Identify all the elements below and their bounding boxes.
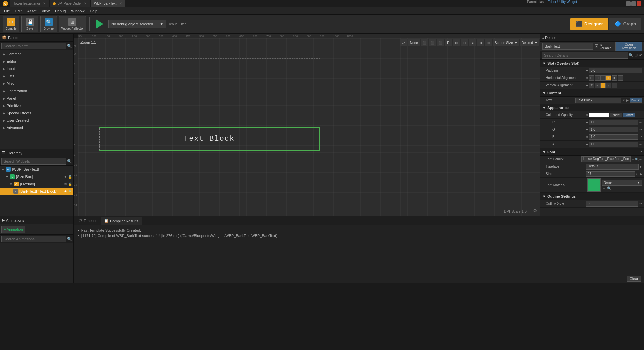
- palette-search-icon[interactable]: 🔍: [67, 44, 72, 48]
- palette-item-input[interactable]: ▶Input: [0, 65, 73, 72]
- bind-color-button[interactable]: Bind▼: [623, 113, 635, 117]
- view-btn-1[interactable]: ⬛: [421, 39, 428, 46]
- palette-item-primitive[interactable]: ▶Primitive: [0, 102, 73, 109]
- view-btn-8[interactable]: ⊞: [485, 39, 492, 46]
- align-custom-v-button[interactable]: ⋯: [612, 83, 617, 88]
- align-right-button[interactable]: ⊤: [600, 75, 606, 81]
- align-left-button[interactable]: ⊢: [589, 75, 594, 81]
- r-input[interactable]: [589, 120, 638, 125]
- tab-bp-paper-dude[interactable]: BP_PaperDude ✕: [50, 0, 90, 7]
- font-material-back-icon[interactable]: ←: [602, 186, 606, 191]
- details-search-icon[interactable]: 🔍: [629, 53, 633, 57]
- align-custom-h-button[interactable]: ⋯: [618, 75, 623, 81]
- palette-item-user-created[interactable]: ▶User Created: [0, 117, 73, 124]
- tab-close-icon[interactable]: ✕: [84, 2, 87, 5]
- view-btn-r[interactable]: R: [445, 39, 452, 46]
- r-reset-icon[interactable]: ↩: [639, 121, 642, 124]
- screen-size-dropdown[interactable]: Screen Size ▼: [493, 39, 519, 46]
- palette-item-misc[interactable]: ▶Misc: [0, 80, 73, 87]
- settings-icon[interactable]: ⚙: [533, 208, 537, 213]
- g-input[interactable]: [589, 127, 638, 132]
- typeface-dropdown[interactable]: Default: [586, 164, 639, 170]
- view-btn-6[interactable]: ≡: [469, 39, 476, 46]
- view-btn-3[interactable]: ⬛: [437, 39, 444, 46]
- menu-window[interactable]: Window: [68, 7, 87, 15]
- palette-item-panel[interactable]: ▶Panel: [0, 95, 73, 102]
- pin-icon[interactable]: ◆: [586, 135, 588, 138]
- align-center-h-button[interactable]: ⊣: [595, 75, 600, 81]
- desired-dropdown[interactable]: Desired ▼: [520, 39, 539, 46]
- font-material-swatch[interactable]: [587, 178, 601, 192]
- maximize-button[interactable]: [631, 1, 636, 6]
- a-input[interactable]: [589, 142, 638, 147]
- hier-item-wbp[interactable]: ▼ W [WBP_BarkText]: [0, 166, 73, 173]
- details-name-input[interactable]: [542, 43, 593, 50]
- b-reset-icon[interactable]: ↩: [639, 135, 642, 139]
- font-back-icon[interactable]: ←: [631, 158, 634, 161]
- widget-reflector-button[interactable]: ⊞ Widget Reflector: [59, 16, 86, 32]
- outline-size-input[interactable]: [586, 201, 638, 207]
- pin-icon[interactable]: ◆: [586, 128, 588, 131]
- hier-item-overlay[interactable]: ▼ O [Overlay] 👁 🔒: [0, 180, 73, 188]
- align-center-v-button[interactable]: ≡: [595, 83, 600, 88]
- outline-section-header[interactable]: ▼ Outline Settings: [540, 193, 644, 200]
- designer-button[interactable]: ⬛ Designer: [570, 18, 608, 30]
- palette-item-special-effects[interactable]: ▶Special Effects: [0, 109, 73, 117]
- is-variable-checkbox[interactable]: [595, 44, 598, 48]
- graph-button[interactable]: 🔷 Graph: [609, 18, 641, 30]
- lock-icon[interactable]: 🔒: [68, 182, 72, 186]
- tab-compiler-results[interactable]: 📋 Compiler Results: [101, 217, 142, 225]
- font-search-icon[interactable]: 🔍: [635, 158, 639, 161]
- tab-close-icon[interactable]: ✕: [119, 2, 122, 5]
- menu-debug[interactable]: Debug: [52, 7, 68, 15]
- content-section-header[interactable]: ▼ Content: [540, 89, 644, 97]
- tab-tower-test-exterior[interactable]: TowerTestExterior ✕: [10, 0, 49, 7]
- compile-button[interactable]: ⚙ Compile: [3, 16, 19, 32]
- hier-item-bark-text[interactable]: T [Bark Text] "Text Block" 👁 🔒: [0, 188, 73, 195]
- palette-search-input[interactable]: [1, 43, 66, 49]
- text-input[interactable]: [575, 98, 621, 103]
- align-fill-v-button[interactable]: ⊥: [600, 83, 606, 88]
- details-eye-icon[interactable]: 👁: [639, 53, 643, 57]
- view-btn-4[interactable]: ⊞: [453, 39, 460, 46]
- slot-section-header[interactable]: ▼ Slot (Overlay Slot): [540, 60, 644, 67]
- palette-item-editor[interactable]: ▶Editor: [0, 58, 73, 65]
- menu-view[interactable]: View: [39, 7, 52, 15]
- view-btn-7[interactable]: ⊕: [477, 39, 484, 46]
- font-size-input[interactable]: [586, 171, 635, 177]
- menu-file[interactable]: File: [1, 7, 13, 15]
- pin-icon[interactable]: ◆: [586, 113, 588, 116]
- align-fill-h-button[interactable]: ⊥: [606, 75, 611, 81]
- tab-timeline[interactable]: ⏱ Timeline: [75, 217, 101, 225]
- pin-icon[interactable]: ◆: [586, 69, 588, 72]
- none-button[interactable]: None: [408, 39, 420, 46]
- palette-item-common[interactable]: ▶Common: [0, 50, 73, 58]
- pin-icon[interactable]: ◆: [586, 121, 588, 124]
- view-btn-5[interactable]: ⊡: [461, 39, 468, 46]
- details-grid-icon[interactable]: ⊞: [635, 53, 638, 57]
- font-section-header[interactable]: ▼ Font ↩: [540, 148, 644, 156]
- debug-object-dropdown[interactable]: No debug object selected ▼: [108, 20, 166, 28]
- eye-icon[interactable]: 👁: [64, 182, 67, 186]
- view-btn-2[interactable]: ⬛: [429, 39, 436, 46]
- align-stretch-h-button[interactable]: ≡: [612, 75, 617, 81]
- hierarchy-search-icon[interactable]: 🔍: [67, 159, 72, 164]
- hierarchy-search-input[interactable]: [1, 158, 66, 165]
- text-block-widget[interactable]: Text Block: [99, 127, 320, 151]
- font-family-dropdown[interactable]: LesserDogTuts_PixelFont_Fon: [581, 156, 631, 162]
- palette-item-lists[interactable]: ▶Lists: [0, 72, 73, 80]
- menu-edit[interactable]: Edit: [13, 7, 24, 15]
- font-size-pin-icon[interactable]: ◆: [640, 172, 642, 176]
- pin-icon[interactable]: ◆: [586, 84, 588, 87]
- align-top-button[interactable]: ⊤: [589, 83, 594, 88]
- menu-asset[interactable]: Asset: [24, 7, 39, 15]
- play-button[interactable]: [93, 17, 106, 31]
- font-reset-icon[interactable]: ↩: [639, 158, 642, 161]
- appearance-section-header[interactable]: ▼ Appearance: [540, 104, 644, 111]
- bind-dropdown-button[interactable]: Bind▼: [630, 98, 642, 103]
- text-dropdown-icon[interactable]: ▼: [622, 99, 625, 102]
- font-reset-icon[interactable]: ↩: [639, 150, 642, 154]
- typeface-expand-icon[interactable]: ▶: [640, 165, 642, 168]
- pin-icon[interactable]: ◆: [586, 143, 588, 146]
- clear-button[interactable]: Clear: [627, 276, 641, 282]
